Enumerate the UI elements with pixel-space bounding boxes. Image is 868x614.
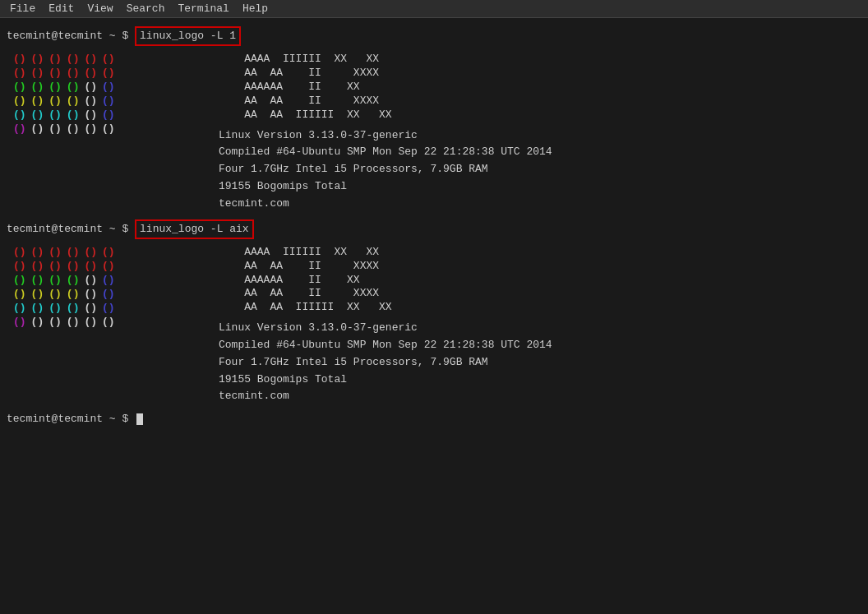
- ci: (): [13, 302, 26, 314]
- ci: (): [67, 288, 80, 300]
- command-2: linux_logo -L aix: [135, 219, 254, 239]
- ci: (): [102, 95, 115, 107]
- color-row-1-3: () () () () () (): [13, 81, 205, 93]
- color-row-2-5: () () () () () (): [13, 302, 205, 314]
- command-1: linux_logo -L 1: [135, 26, 241, 46]
- logo-section-1: () () () () () () () () () () () () () (…: [7, 49, 861, 215]
- system-info-2: Linux Version 3.13.0-37-generic Compiled…: [219, 320, 855, 405]
- ci: (): [13, 316, 26, 328]
- ci: (): [13, 53, 26, 65]
- ci: (): [31, 108, 44, 121]
- color-row-1-6: () () () () () (): [13, 122, 205, 135]
- logo-section-2: () () () () () () () () () () () () () (…: [7, 242, 861, 409]
- logo-right-2: AAAA IIIIII XX XX AA AA II XXXX AAAAAA I…: [212, 242, 861, 409]
- ci: (): [48, 316, 62, 328]
- menu-file[interactable]: File: [3, 1, 42, 16]
- system-info-1: Linux Version 3.13.0-37-generic Compiled…: [219, 127, 855, 213]
- ci: (): [31, 260, 44, 272]
- ci: (): [31, 122, 44, 135]
- color-row-2-6: () () () () () (): [13, 316, 205, 328]
- ascii-art-2: AAAA IIIIII XX XX AA AA II XXXX AAAAAA I…: [219, 246, 855, 315]
- ci: (): [67, 53, 80, 65]
- ci: (): [31, 316, 44, 328]
- prompt-line-3: tecmint@tecmint ~ $: [7, 412, 861, 427]
- ci: (): [102, 122, 115, 135]
- ci: (): [67, 95, 80, 107]
- ci: (): [48, 302, 62, 314]
- color-row-1-4: () () () () () (): [13, 95, 205, 107]
- ci: (): [102, 108, 115, 121]
- menu-terminal[interactable]: Terminal: [171, 1, 235, 16]
- ci: (): [102, 316, 115, 328]
- ci: (): [31, 288, 44, 300]
- color-row-2-1: () () () () () (): [13, 246, 205, 258]
- prompt-text-1: tecmint@tecmint ~ $: [7, 29, 135, 44]
- ci: (): [102, 246, 115, 258]
- ci: (): [31, 95, 44, 107]
- ci: (): [67, 67, 80, 79]
- ci: (): [13, 274, 26, 286]
- prompt-text-2: tecmint@tecmint ~ $: [7, 222, 135, 237]
- ci: (): [31, 274, 44, 286]
- ci: (): [67, 108, 80, 121]
- ci: (): [48, 288, 62, 300]
- ci: (): [48, 274, 62, 286]
- ci: (): [48, 260, 62, 272]
- ci: (): [84, 274, 97, 286]
- color-row-2-2: () () () () () (): [13, 260, 205, 272]
- ci: (): [102, 274, 115, 286]
- ci: (): [31, 67, 44, 79]
- cursor: [136, 413, 143, 425]
- ci: (): [48, 67, 62, 79]
- ci: (): [13, 108, 26, 121]
- ci: (): [67, 81, 80, 93]
- color-row-1-5: () () () () () (): [13, 108, 205, 121]
- menubar: File Edit View Search Terminal Help: [0, 0, 868, 18]
- ci: (): [84, 95, 97, 107]
- ascii-art-1: AAAA IIIIII XX XX AA AA II XXXX AAAAAA I…: [219, 53, 855, 122]
- ci: (): [102, 302, 115, 314]
- color-grid-2: () () () () () () () () () () () () () (…: [7, 242, 212, 409]
- ci: (): [48, 122, 62, 135]
- color-row-1-2: () () () () () (): [13, 67, 205, 79]
- color-row-1-1: () () () () () (): [13, 53, 205, 65]
- ci: (): [84, 108, 97, 121]
- ci: (): [84, 316, 97, 328]
- ci: (): [84, 302, 97, 314]
- terminal-area: tecmint@tecmint ~ $ linux_logo -L 1 () (…: [0, 18, 868, 614]
- ci: (): [13, 122, 26, 135]
- ci: (): [13, 81, 26, 93]
- prompt-line-1: tecmint@tecmint ~ $ linux_logo -L 1: [7, 26, 861, 46]
- ci: (): [48, 108, 62, 121]
- ci: (): [84, 81, 97, 93]
- ci: (): [84, 67, 97, 79]
- ci: (): [13, 246, 26, 258]
- ci: (): [84, 288, 97, 300]
- color-row-2-3: () () () () () (): [13, 274, 205, 286]
- prompt-line-2: tecmint@tecmint ~ $ linux_logo -L aix: [7, 219, 861, 239]
- menu-search[interactable]: Search: [120, 1, 172, 16]
- ci: (): [67, 122, 80, 135]
- ci: (): [84, 53, 97, 65]
- ci: (): [67, 246, 80, 258]
- menu-edit[interactable]: Edit: [42, 1, 81, 16]
- menu-view[interactable]: View: [81, 1, 119, 16]
- ci: (): [84, 246, 97, 258]
- ci: (): [102, 260, 115, 272]
- ci: (): [31, 246, 44, 258]
- logo-right-1: AAAA IIIIII XX XX AA AA II XXXX AAAAAA I…: [212, 49, 861, 215]
- ci: (): [31, 53, 44, 65]
- ci: (): [67, 274, 80, 286]
- ci: (): [102, 81, 115, 93]
- ci: (): [48, 53, 62, 65]
- ci: (): [67, 302, 80, 314]
- ci: (): [13, 67, 26, 79]
- ci: (): [31, 302, 44, 314]
- menu-help[interactable]: Help: [236, 1, 275, 16]
- ci: (): [84, 260, 97, 272]
- prompt-text-3: tecmint@tecmint ~ $: [7, 412, 135, 427]
- ci: (): [13, 260, 26, 272]
- ci: (): [13, 288, 26, 300]
- ci: (): [48, 81, 62, 93]
- color-row-2-4: () () () () () (): [13, 288, 205, 300]
